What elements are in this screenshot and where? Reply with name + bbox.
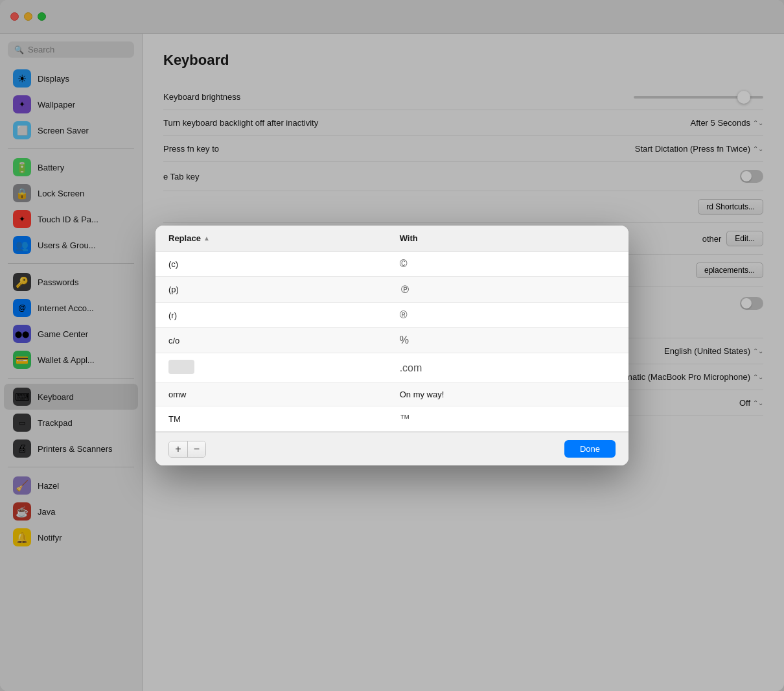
table-row[interactable]: (c)©	[156, 252, 628, 277]
replace-column-header: Replace ▲	[156, 226, 387, 252]
with-cell: .com	[387, 353, 628, 383]
replace-cell: TM	[156, 406, 387, 432]
replace-cell: c/o	[156, 328, 387, 353]
table-row[interactable]: (r)®	[156, 303, 628, 328]
replace-cell: (p)	[156, 277, 387, 303]
remove-replacement-button[interactable]: −	[187, 441, 205, 457]
table-row[interactable]: omwOn my way!	[156, 383, 628, 406]
replace-input-placeholder[interactable]	[168, 360, 194, 374]
table-row[interactable]: .com	[156, 353, 628, 383]
with-cell: On my way!	[387, 383, 628, 406]
replace-cell: (c)	[156, 252, 387, 277]
replacements-table: Replace ▲ With (c)©(p)℗(r)®c/o%.comomwOn…	[156, 226, 628, 432]
replace-cell: omw	[156, 383, 387, 406]
replace-cell: (r)	[156, 303, 387, 328]
table-row[interactable]: (p)℗	[156, 277, 628, 303]
add-remove-buttons: + −	[168, 441, 206, 458]
main-window: 🔍 Search ☀ Displays ✦ Wallpaper ⬜ Screen…	[0, 0, 784, 691]
table-row[interactable]: c/o%	[156, 328, 628, 353]
done-button[interactable]: Done	[564, 440, 616, 458]
dialog-overlay: Replace ▲ With (c)©(p)℗(r)®c/o%.comomwOn…	[0, 0, 784, 691]
dialog-footer: + − Done	[156, 432, 628, 465]
with-column-header: With	[387, 226, 628, 252]
add-replacement-button[interactable]: +	[169, 441, 187, 457]
with-cell: ℗	[387, 277, 628, 303]
sort-arrow-icon: ▲	[203, 235, 210, 242]
replace-cell	[156, 353, 387, 383]
with-cell: ®	[387, 303, 628, 328]
with-cell: ©	[387, 252, 628, 277]
with-cell: ™	[387, 406, 628, 432]
table-row[interactable]: TM™	[156, 406, 628, 432]
text-replacements-dialog: Replace ▲ With (c)©(p)℗(r)®c/o%.comomwOn…	[156, 226, 628, 465]
with-cell: %	[387, 328, 628, 353]
